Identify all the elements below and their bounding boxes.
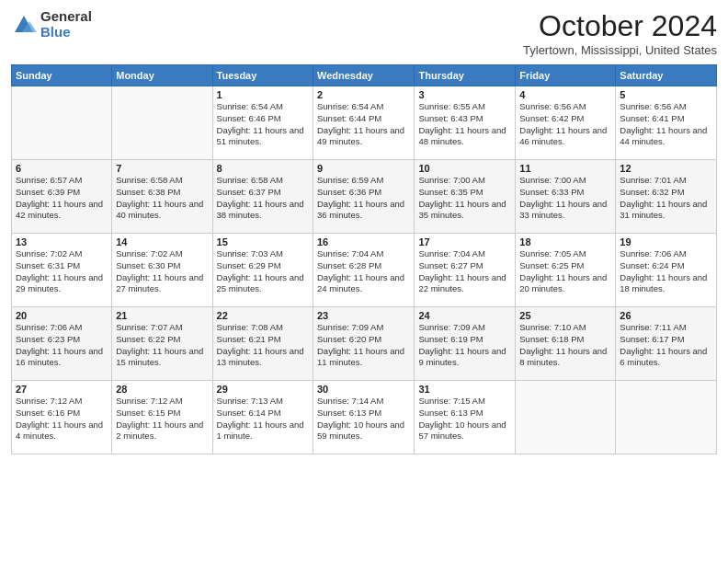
header: General Blue October 2024 Tylertown, Mis… bbox=[11, 9, 717, 57]
day-number: 21 bbox=[116, 310, 208, 321]
calendar-cell: 19Sunrise: 7:06 AM Sunset: 6:24 PM Dayli… bbox=[616, 234, 717, 307]
calendar-cell: 6Sunrise: 6:57 AM Sunset: 6:39 PM Daylig… bbox=[12, 160, 112, 234]
day-number: 9 bbox=[317, 163, 410, 174]
day-number: 14 bbox=[116, 236, 208, 247]
day-detail: Sunrise: 7:09 AM Sunset: 6:20 PM Dayligh… bbox=[317, 322, 410, 369]
day-number: 28 bbox=[116, 384, 208, 395]
location: Tylertown, Mississippi, United States bbox=[523, 43, 717, 57]
day-detail: Sunrise: 7:08 AM Sunset: 6:21 PM Dayligh… bbox=[217, 322, 309, 369]
day-detail: Sunrise: 7:04 AM Sunset: 6:28 PM Dayligh… bbox=[317, 248, 410, 295]
logo-icon bbox=[11, 12, 37, 38]
day-detail: Sunrise: 6:56 AM Sunset: 6:41 PM Dayligh… bbox=[620, 101, 712, 148]
calendar-cell bbox=[516, 381, 616, 454]
calendar-cell: 5Sunrise: 6:56 AM Sunset: 6:41 PM Daylig… bbox=[616, 86, 717, 160]
day-detail: Sunrise: 7:06 AM Sunset: 6:23 PM Dayligh… bbox=[16, 322, 108, 369]
day-number: 10 bbox=[418, 163, 511, 174]
day-number: 17 bbox=[418, 236, 511, 247]
calendar-cell: 22Sunrise: 7:08 AM Sunset: 6:21 PM Dayli… bbox=[212, 307, 313, 381]
day-detail: Sunrise: 7:12 AM Sunset: 6:15 PM Dayligh… bbox=[116, 396, 208, 442]
calendar-header-row: SundayMondayTuesdayWednesdayThursdayFrid… bbox=[12, 65, 717, 86]
day-detail: Sunrise: 7:05 AM Sunset: 6:25 PM Dayligh… bbox=[519, 248, 611, 295]
day-number: 11 bbox=[519, 163, 611, 174]
logo-text: General Blue bbox=[40, 9, 92, 40]
calendar-cell bbox=[112, 86, 212, 160]
day-detail: Sunrise: 7:10 AM Sunset: 6:18 PM Dayligh… bbox=[519, 322, 611, 369]
day-header-saturday: Saturday bbox=[616, 65, 717, 86]
day-detail: Sunrise: 7:12 AM Sunset: 6:16 PM Dayligh… bbox=[16, 396, 108, 442]
calendar-cell: 17Sunrise: 7:04 AM Sunset: 6:27 PM Dayli… bbox=[415, 234, 516, 307]
day-detail: Sunrise: 7:11 AM Sunset: 6:17 PM Dayligh… bbox=[620, 322, 712, 369]
day-number: 19 bbox=[620, 236, 712, 247]
day-detail: Sunrise: 6:56 AM Sunset: 6:42 PM Dayligh… bbox=[519, 101, 611, 148]
calendar-cell: 11Sunrise: 7:00 AM Sunset: 6:33 PM Dayli… bbox=[516, 160, 616, 234]
day-number: 13 bbox=[16, 236, 108, 247]
calendar-cell: 27Sunrise: 7:12 AM Sunset: 6:16 PM Dayli… bbox=[12, 381, 112, 454]
calendar-week-1: 1Sunrise: 6:54 AM Sunset: 6:46 PM Daylig… bbox=[12, 86, 717, 160]
calendar-cell: 8Sunrise: 6:58 AM Sunset: 6:37 PM Daylig… bbox=[212, 160, 313, 234]
day-detail: Sunrise: 6:59 AM Sunset: 6:36 PM Dayligh… bbox=[317, 175, 410, 222]
day-detail: Sunrise: 7:13 AM Sunset: 6:14 PM Dayligh… bbox=[217, 396, 309, 442]
calendar-cell: 10Sunrise: 7:00 AM Sunset: 6:35 PM Dayli… bbox=[415, 160, 516, 234]
day-header-tuesday: Tuesday bbox=[212, 65, 313, 86]
day-detail: Sunrise: 7:04 AM Sunset: 6:27 PM Dayligh… bbox=[418, 248, 511, 295]
day-number: 23 bbox=[317, 310, 410, 321]
logo-blue-text: Blue bbox=[40, 25, 92, 40]
day-detail: Sunrise: 6:57 AM Sunset: 6:39 PM Dayligh… bbox=[16, 175, 108, 222]
day-number: 25 bbox=[519, 310, 611, 321]
day-header-monday: Monday bbox=[112, 65, 212, 86]
day-detail: Sunrise: 7:00 AM Sunset: 6:33 PM Dayligh… bbox=[519, 175, 611, 222]
calendar-cell: 7Sunrise: 6:58 AM Sunset: 6:38 PM Daylig… bbox=[112, 160, 212, 234]
day-number: 4 bbox=[519, 89, 611, 100]
calendar-cell: 12Sunrise: 7:01 AM Sunset: 6:32 PM Dayli… bbox=[616, 160, 717, 234]
day-header-thursday: Thursday bbox=[415, 65, 516, 86]
calendar-cell: 18Sunrise: 7:05 AM Sunset: 6:25 PM Dayli… bbox=[516, 234, 616, 307]
day-number: 20 bbox=[16, 310, 108, 321]
day-number: 2 bbox=[317, 89, 410, 100]
day-number: 18 bbox=[519, 236, 611, 247]
day-number: 16 bbox=[317, 236, 410, 247]
calendar-cell: 24Sunrise: 7:09 AM Sunset: 6:19 PM Dayli… bbox=[415, 307, 516, 381]
day-detail: Sunrise: 7:07 AM Sunset: 6:22 PM Dayligh… bbox=[116, 322, 208, 369]
day-number: 30 bbox=[317, 384, 410, 395]
calendar-cell bbox=[12, 86, 112, 160]
calendar-cell: 25Sunrise: 7:10 AM Sunset: 6:18 PM Dayli… bbox=[516, 307, 616, 381]
calendar-cell: 1Sunrise: 6:54 AM Sunset: 6:46 PM Daylig… bbox=[212, 86, 313, 160]
day-number: 12 bbox=[620, 163, 712, 174]
day-number: 7 bbox=[116, 163, 208, 174]
day-number: 5 bbox=[620, 89, 712, 100]
day-detail: Sunrise: 7:09 AM Sunset: 6:19 PM Dayligh… bbox=[418, 322, 511, 369]
day-number: 29 bbox=[217, 384, 309, 395]
calendar-week-4: 20Sunrise: 7:06 AM Sunset: 6:23 PM Dayli… bbox=[12, 307, 717, 381]
logo: General Blue bbox=[11, 9, 92, 40]
day-detail: Sunrise: 6:54 AM Sunset: 6:44 PM Dayligh… bbox=[317, 101, 410, 148]
calendar-week-5: 27Sunrise: 7:12 AM Sunset: 6:16 PM Dayli… bbox=[12, 381, 717, 454]
calendar-cell: 30Sunrise: 7:14 AM Sunset: 6:13 PM Dayli… bbox=[313, 381, 415, 454]
day-number: 6 bbox=[16, 163, 108, 174]
calendar-cell: 31Sunrise: 7:15 AM Sunset: 6:13 PM Dayli… bbox=[415, 381, 516, 454]
calendar-cell: 13Sunrise: 7:02 AM Sunset: 6:31 PM Dayli… bbox=[12, 234, 112, 307]
day-number: 27 bbox=[16, 384, 108, 395]
page: General Blue October 2024 Tylertown, Mis… bbox=[0, 0, 728, 563]
calendar-cell: 3Sunrise: 6:55 AM Sunset: 6:43 PM Daylig… bbox=[415, 86, 516, 160]
day-detail: Sunrise: 7:15 AM Sunset: 6:13 PM Dayligh… bbox=[418, 396, 511, 442]
calendar-cell: 16Sunrise: 7:04 AM Sunset: 6:28 PM Dayli… bbox=[313, 234, 415, 307]
day-number: 3 bbox=[418, 89, 511, 100]
day-header-friday: Friday bbox=[516, 65, 616, 86]
logo-general-text: General bbox=[40, 9, 92, 25]
calendar-cell: 4Sunrise: 6:56 AM Sunset: 6:42 PM Daylig… bbox=[516, 86, 616, 160]
day-number: 26 bbox=[620, 310, 712, 321]
day-number: 15 bbox=[217, 236, 309, 247]
calendar-cell: 23Sunrise: 7:09 AM Sunset: 6:20 PM Dayli… bbox=[313, 307, 415, 381]
month-title: October 2024 bbox=[523, 9, 717, 43]
calendar-cell: 21Sunrise: 7:07 AM Sunset: 6:22 PM Dayli… bbox=[112, 307, 212, 381]
day-header-wednesday: Wednesday bbox=[313, 65, 415, 86]
day-number: 24 bbox=[418, 310, 511, 321]
calendar-cell: 9Sunrise: 6:59 AM Sunset: 6:36 PM Daylig… bbox=[313, 160, 415, 234]
day-number: 8 bbox=[217, 163, 309, 174]
calendar-cell: 28Sunrise: 7:12 AM Sunset: 6:15 PM Dayli… bbox=[112, 381, 212, 454]
day-detail: Sunrise: 6:55 AM Sunset: 6:43 PM Dayligh… bbox=[418, 101, 511, 148]
day-detail: Sunrise: 6:54 AM Sunset: 6:46 PM Dayligh… bbox=[217, 101, 309, 148]
calendar-table: SundayMondayTuesdayWednesdayThursdayFrid… bbox=[11, 64, 717, 454]
day-number: 1 bbox=[217, 89, 309, 100]
day-detail: Sunrise: 7:01 AM Sunset: 6:32 PM Dayligh… bbox=[620, 175, 712, 222]
